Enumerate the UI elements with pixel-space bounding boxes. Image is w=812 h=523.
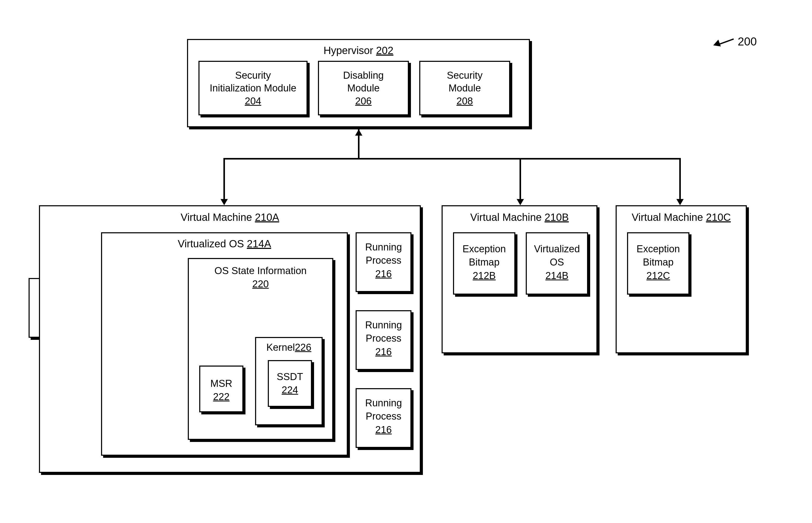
vm-b-box: Virtual Machine 210B Exception Bitmap 21… [442, 205, 597, 353]
rp3-line1: Running [357, 396, 410, 410]
ssdt-label: SSDT 224 [269, 370, 311, 397]
kernel-ref: 226 [295, 342, 311, 353]
arrow-vmc-down [677, 199, 684, 205]
vm-c-ref: 210C [706, 212, 731, 223]
hypervisor-title-text: Hypervisor [324, 45, 373, 56]
arrow-vma-down [221, 199, 228, 205]
exbmp-c-line1: Exception [628, 242, 688, 256]
exception-bitmap-b-box: Exception Bitmap 212B [453, 232, 515, 295]
sec-init-module-box: Security Initialization Module 204 [199, 61, 308, 115]
vm-c-title: Virtual Machine 210C [617, 212, 746, 223]
running-process-3-box: Running Process 216 [356, 388, 411, 448]
rp2-line1: Running [357, 319, 410, 332]
disabling-ref: 206 [319, 95, 408, 108]
ssdt-box: SSDT 224 [268, 360, 312, 407]
vm-b-ref: 210B [545, 212, 569, 223]
conn-vma-drop [223, 158, 225, 200]
exbmp-c-ref: 212C [628, 269, 688, 283]
security-module-box: Security Module 208 [419, 61, 510, 115]
arrow-hv-up [355, 129, 362, 136]
vm-b-title: Virtual Machine 210B [443, 212, 596, 223]
sec-init-module-label: Security Initialization Module 204 [200, 69, 307, 108]
rp3-line2: Process [357, 410, 410, 423]
conn-vmb-drop [519, 158, 521, 200]
conn-bus [223, 158, 681, 160]
exbmp-b-ref: 212B [454, 269, 514, 283]
figure-ref-200: 200 [738, 35, 757, 48]
osstate-line1: OS State Information [189, 264, 332, 277]
vosb-ref: 214B [527, 269, 587, 283]
vm-a-title-text: Virtual Machine [181, 212, 252, 223]
sec-init-line2: Initialization Module [200, 82, 307, 94]
rp1-line1: Running [357, 240, 410, 254]
running-process-3-label: Running Process 216 [357, 396, 410, 436]
vm-c-box: Virtual Machine 210C Exception Bitmap 21… [616, 205, 747, 353]
sec-init-ref: 204 [200, 95, 307, 108]
running-process-2-label: Running Process 216 [357, 319, 410, 359]
vm-a-ref: 210A [255, 212, 279, 223]
os-state-info-label: OS State Information 220 [189, 264, 332, 291]
ssdt-text: SSDT [269, 370, 311, 383]
sec-init-line1: Security [200, 69, 307, 82]
msr-ref: 222 [200, 390, 242, 403]
ssdt-ref: 224 [269, 383, 311, 397]
msr-label: MSR 222 [200, 377, 242, 404]
virtualized-os-a-box: Virtualized OS 214A OS State Information… [101, 232, 348, 456]
osstate-ref: 220 [189, 277, 332, 291]
hypervisor-title: Hypervisor 202 [188, 45, 529, 56]
virtualized-os-b-box: Virtualized OS 214B [526, 232, 588, 295]
kernel-title: Kernel226 [256, 342, 321, 353]
kernel-text: Kernel [266, 342, 295, 353]
os-state-info-box: OS State Information 220 MSR 222 Kernel2… [188, 258, 333, 440]
exbmp-b-line1: Exception [454, 242, 514, 256]
rp1-line2: Process [357, 254, 410, 267]
kernel-box: Kernel226 SSDT 224 [255, 337, 322, 425]
disabling-line2: Module [319, 82, 408, 94]
vosb-line1: Virtualized [527, 242, 587, 256]
security-line1: Security [420, 69, 509, 82]
rp2-ref: 216 [357, 345, 410, 359]
running-process-1-box: Running Process 216 [356, 232, 411, 292]
virtualized-os-b-label: Virtualized OS 214B [527, 242, 587, 283]
security-module-label: Security Module 208 [420, 69, 509, 108]
security-ref: 208 [420, 95, 509, 108]
exbmp-c-line2: Bitmap [628, 256, 688, 269]
rp1-ref: 216 [357, 267, 410, 281]
pointer-200-line [719, 38, 734, 45]
disabling-line1: Disabling [319, 69, 408, 82]
msr-box: MSR 222 [199, 365, 243, 412]
disabling-module-label: Disabling Module 206 [319, 69, 408, 108]
vm-a-box: Virtual Machine 210A OS Protection Modul… [39, 205, 421, 473]
vosb-line2: OS [527, 256, 587, 269]
vosa-title-text: Virtualized OS [178, 238, 244, 249]
hypervisor-box: Hypervisor 202 Security Initialization M… [187, 39, 530, 127]
rp2-line2: Process [357, 332, 410, 345]
exbmp-b-line2: Bitmap [454, 256, 514, 269]
msr-text: MSR [200, 377, 242, 390]
vosa-ref: 214A [247, 238, 271, 249]
vm-b-title-text: Virtual Machine [470, 212, 541, 223]
exception-bitmap-c-label: Exception Bitmap 212C [628, 242, 688, 283]
running-process-2-box: Running Process 216 [356, 310, 411, 370]
exception-bitmap-c-box: Exception Bitmap 212C [627, 232, 689, 295]
arrow-vmb-down [517, 199, 524, 205]
diagram-canvas: 200 Hypervisor 202 Security Initializati… [0, 0, 812, 523]
vm-a-title: Virtual Machine 210A [40, 212, 420, 223]
virtualized-os-a-title: Virtualized OS 214A [102, 238, 347, 250]
hypervisor-ref: 202 [376, 45, 393, 56]
rp3-ref: 216 [357, 423, 410, 436]
vm-c-title-text: Virtual Machine [632, 212, 703, 223]
running-process-1-label: Running Process 216 [357, 240, 410, 281]
exception-bitmap-b-label: Exception Bitmap 212B [454, 242, 514, 283]
disabling-module-box: Disabling Module 206 [318, 61, 409, 115]
security-line2: Module [420, 82, 509, 94]
conn-vmc-drop [679, 158, 681, 200]
